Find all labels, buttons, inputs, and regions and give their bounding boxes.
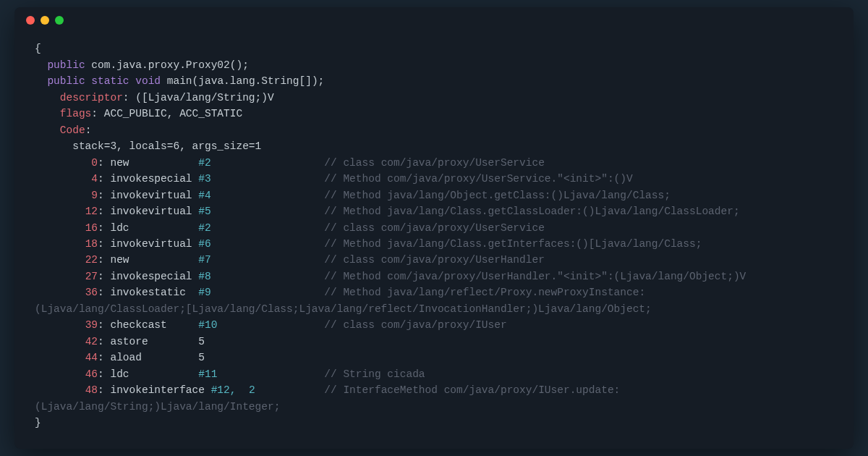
code-area: { public com.java.proxy.Proxy02(); publi… [14,33,854,448]
opcode: aload [110,352,142,363]
bytecode-line: 46: ldc #11 // String cicada [35,366,833,382]
cp-ref: #9 [198,287,210,298]
cp-ref: #8 [198,271,210,282]
comment: // InterfaceMethod com/java/proxy/IUser.… [324,384,620,396]
cp-ref: #5 [198,206,210,217]
code-line: flags: ACC_PUBLIC, ACC_STATIC [35,106,833,122]
cp-ref: #4 [198,190,210,201]
opcode: invokevirtual [110,206,192,217]
offset: 27 [85,271,98,282]
comment: // Method java/lang/Object.getClass:()Lj… [324,190,671,201]
descriptor-label: descriptor [60,92,123,104]
cp-ref: #7 [198,254,210,266]
keyword-static: static [91,75,129,87]
offset: 44 [85,352,98,363]
opcode: new [110,254,129,266]
bytecode-line: 39: checkcast #10 // class com/java/prox… [35,317,833,333]
comment: // class com/java/proxy/UserHandler [324,254,545,266]
opcode: astore [110,336,148,347]
offset: 18 [85,238,98,250]
opcode: checkcast [110,319,166,331]
bytecode-line: 4: invokespecial #3 // Method com/java/p… [35,171,833,187]
flags-label: flags [60,108,92,119]
cp-ref: #11 [198,368,217,380]
code-line: Code: [35,122,833,138]
opcode: ldc [110,222,129,234]
code-line: stack=3, locals=6, args_size=1 [35,138,833,154]
cp-ref: #10 [198,319,217,331]
opcode: invokevirtual [110,190,192,201]
cp-ref: #3 [198,173,210,185]
zoom-icon[interactable] [55,16,64,25]
offset: 9 [91,190,98,201]
code-text: com.java.proxy.Proxy02(); [85,59,249,71]
wrapped-comment: (Ljava/lang/String;)Ljava/lang/Integer; [35,399,833,415]
bytecode-line: 9: invokevirtual #4 // Method java/lang/… [35,187,833,203]
code-label: Code [60,124,85,136]
descriptor-value: : ([Ljava/lang/String;)V [123,92,274,104]
bytecode-line: 44: aload 5 [35,350,833,366]
comment: // Method com/java/proxy/UserHandler."<i… [324,271,746,282]
offset: 48 [85,384,98,396]
code-text: main(java.lang.String[]); [161,75,324,87]
bytecode-line: 22: new #7 // class com/java/proxy/UserH… [35,252,833,268]
comment: // Method java/lang/Class.getClassLoader… [324,206,739,217]
brace-open: { [35,41,833,56]
offset: 39 [85,319,98,331]
cp-ref: #2 [198,157,210,169]
comment: // String cicada [324,368,425,380]
code-text: : [85,124,92,136]
comment: // class com/java/proxy/IUser [324,319,506,331]
bytecode-line: 0: new #2 // class com/java/proxy/UserSe… [35,155,833,171]
bytecode-line: 12: invokevirtual #5 // Method java/lang… [35,203,833,219]
cp-ref: #6 [198,238,210,250]
offset: 36 [85,287,98,298]
cp-ref: 5 [198,336,205,347]
bytecode-line: 48: invokeinterface #12, 2 // InterfaceM… [35,382,833,398]
offset: 46 [85,368,98,380]
opcode: invokespecial [110,271,192,282]
opcode: new [110,157,129,169]
code-line: public com.java.proxy.Proxy02(); [35,57,833,73]
cp-ref: #2 [198,222,210,234]
comment: // Method com/java/proxy/UserService."<i… [324,173,632,185]
cp-ref: 5 [198,352,205,363]
offset: 0 [91,157,98,169]
flags-value: : ACC_PUBLIC, ACC_STATIC [91,108,242,119]
opcode: invokevirtual [110,238,192,250]
comment: // Method java/lang/reflect/Proxy.newPro… [324,287,645,298]
opcode: ldc [110,368,129,380]
bytecode-line: 27: invokespecial #8 // Method com/java/… [35,269,833,284]
wrapped-comment: (Ljava/lang/ClassLoader;[Ljava/lang/Clas… [35,301,833,317]
minimize-icon[interactable] [41,16,49,25]
keyword-public: public [47,59,85,71]
comment: // class com/java/proxy/UserService [324,157,545,169]
opcode: invokeinterface [110,384,205,396]
offset: 22 [85,254,98,266]
offset: 42 [85,336,98,347]
code-line: descriptor: ([Ljava/lang/String;)V [35,90,833,106]
opcode: invokespecial [110,173,192,185]
bytecode-line: 42: astore 5 [35,334,833,350]
offset: 4 [91,173,98,185]
comment: // Method java/lang/Class.getInterfaces:… [324,238,702,250]
bytecode-line: 36: invokestatic #9 // Method java/lang/… [35,284,833,300]
offset: 16 [85,222,98,234]
offset: 12 [85,206,98,217]
bytecode-line: 16: ldc #2 // class com/java/proxy/UserS… [35,220,833,236]
window-titlebar [14,7,854,33]
code-line: public static void main(java.lang.String… [35,73,833,89]
close-icon[interactable] [26,16,35,25]
bytecode-line: 18: invokevirtual #6 // Method java/lang… [35,236,833,252]
opcode: invokestatic [110,287,185,298]
cp-ref: #12, 2 [211,384,255,396]
keyword-void: void [135,75,161,87]
keyword-public: public [47,75,85,87]
comment: // class com/java/proxy/UserService [324,222,545,234]
brace-close: } [35,415,833,431]
terminal-window: { public com.java.proxy.Proxy02(); publi… [14,7,854,448]
